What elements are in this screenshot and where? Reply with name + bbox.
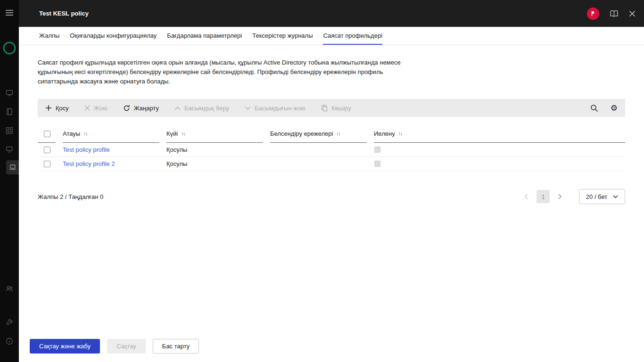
sidebar-item-selected[interactable] xyxy=(6,160,19,174)
refresh-button[interactable]: Жаңарту xyxy=(123,105,159,112)
column-header-rules-label: Белсендіру ережелері xyxy=(270,130,333,137)
plus-icon xyxy=(45,105,52,111)
prioritize-button: Басымдық беру xyxy=(174,105,229,112)
policy-profiles-description: Саясат профилі құрылғыда көрсетілген оқи… xyxy=(38,58,424,86)
apps-grid-icon[interactable] xyxy=(0,127,19,134)
row-checkbox[interactable] xyxy=(44,161,50,167)
inherit-checkbox-disabled xyxy=(374,161,380,167)
table-row: Test policy profile 2 Қосулы xyxy=(38,157,625,171)
close-icon[interactable] xyxy=(629,10,636,17)
cancel-button[interactable]: Бас тарту xyxy=(153,339,199,354)
titlebar-actions xyxy=(587,8,636,20)
app-sidebar xyxy=(0,0,19,362)
profile-link[interactable]: Test policy profile 2 xyxy=(63,160,115,167)
column-header-inherit-label: Иелену xyxy=(374,130,395,137)
window-title: Test KESL policy xyxy=(39,10,89,17)
tools-wrench-icon[interactable] xyxy=(0,318,19,326)
toolbar-right-icons: ⚙ xyxy=(590,104,618,112)
page-size-value: 20 / бет xyxy=(586,193,607,200)
tab-bar: Жалпы Оқиғаларды конфигурациялау Бағдарл… xyxy=(19,27,644,45)
add-button-label: Қосу xyxy=(56,105,69,112)
profile-inherit-cell xyxy=(374,161,618,167)
reports-icon[interactable] xyxy=(0,108,19,115)
documentation-book-icon[interactable] xyxy=(610,10,619,17)
column-header-activation-rules[interactable]: Белсендіру ережелері ↑↓ xyxy=(270,124,367,143)
sort-icon[interactable]: ↑↓ xyxy=(336,131,340,136)
cross-icon xyxy=(84,105,90,111)
previous-page-icon xyxy=(520,194,533,199)
next-page-icon[interactable] xyxy=(553,194,567,199)
delete-button-label: Жою xyxy=(94,105,107,112)
profile-name-cell: Test policy profile xyxy=(63,146,159,153)
table-row: Test policy profile Қосулы xyxy=(38,143,625,157)
dashboard-icon[interactable] xyxy=(0,89,19,97)
deprioritize-button: Басымдығын жою xyxy=(245,105,305,112)
row-checkbox[interactable] xyxy=(44,147,50,153)
selection-summary: Жалпы 2 / Таңдалған 0 xyxy=(38,193,103,200)
column-header-name-label: Атауы xyxy=(63,130,80,137)
refresh-icon xyxy=(123,105,130,112)
menu-icon[interactable] xyxy=(0,9,19,16)
titlebar: Test KESL policy xyxy=(19,0,644,27)
column-header-inherit[interactable]: Иелену ↑↓ xyxy=(374,124,625,143)
row-select-cell xyxy=(38,147,56,153)
tab-content: Саясат профилі құрылғыда көрсетілген оқи… xyxy=(19,45,644,333)
save-button: Сақтау xyxy=(107,339,146,354)
profile-state-cell: Қосулы xyxy=(166,160,263,167)
gear-icon[interactable]: ⚙ xyxy=(611,104,618,112)
tab-revision-history[interactable]: Тексерістер журналы xyxy=(252,27,313,45)
devices-icon[interactable] xyxy=(0,146,19,153)
chevron-down-icon xyxy=(613,195,618,198)
users-icon[interactable] xyxy=(0,285,19,293)
refresh-button-label: Жаңарту xyxy=(134,105,159,112)
copy-icon xyxy=(321,105,328,112)
select-all-cell xyxy=(38,124,56,143)
search-icon[interactable] xyxy=(590,104,598,112)
copy-button: Көшіру xyxy=(321,105,351,112)
page-size-select[interactable]: 20 / бет xyxy=(579,189,625,204)
add-button[interactable]: Қосу xyxy=(45,105,69,112)
table-header-row: Атауы ↑↓ Күйі ↑↓ Белсендіру ережелері ↑↓… xyxy=(38,124,625,143)
select-all-checkbox[interactable] xyxy=(44,131,50,137)
inherit-checkbox-disabled xyxy=(374,147,380,153)
row-select-cell xyxy=(38,161,56,167)
table-footer: Жалпы 2 / Таңдалған 0 1 20 / бет xyxy=(38,189,625,204)
tab-application-settings[interactable]: Бағдарлама параметрлері xyxy=(167,27,242,45)
dialog-actions: Сақтау және жабу Сақтау Бас тарту xyxy=(19,333,644,362)
column-header-name[interactable]: Атауы ↑↓ xyxy=(63,124,159,143)
chevron-up-icon xyxy=(174,106,181,110)
info-icon[interactable] xyxy=(0,337,19,345)
policy-properties-panel: Test KESL policy Жалпы Оқиғаларды конфиг… xyxy=(19,0,644,362)
brand-icon[interactable] xyxy=(587,8,599,20)
profile-state-cell: Қосулы xyxy=(166,146,263,153)
page-number[interactable]: 1 xyxy=(537,190,550,203)
column-header-state-label: Күйі xyxy=(166,130,178,137)
column-header-state[interactable]: Күйі ↑↓ xyxy=(166,124,263,143)
chevron-down-icon xyxy=(245,106,251,110)
profile-inherit-cell xyxy=(374,147,618,153)
profile-link[interactable]: Test policy profile xyxy=(63,146,110,153)
tab-event-configuration[interactable]: Оқиғаларды конфигурациялау xyxy=(70,27,157,45)
copy-button-label: Көшіру xyxy=(331,105,351,112)
sort-icon[interactable]: ↑↓ xyxy=(181,131,185,136)
application-window: Test KESL policy Жалпы Оқиғаларды конфиг… xyxy=(0,0,644,362)
brand-logo-icon xyxy=(0,41,19,56)
delete-button: Жою xyxy=(84,105,107,112)
tab-policy-profiles[interactable]: Саясат профильдері xyxy=(323,27,382,45)
prioritize-button-label: Басымдық беру xyxy=(184,105,229,112)
sort-icon[interactable]: ↑↓ xyxy=(398,131,402,136)
table-toolbar: Қосу Жою Жаңарту Басымдық беру Басымдығы… xyxy=(38,99,625,117)
deprioritize-button-label: Басымдығын жою xyxy=(255,105,305,112)
sort-icon[interactable]: ↑↓ xyxy=(83,131,87,136)
tab-general[interactable]: Жалпы xyxy=(39,27,59,45)
profile-name-cell: Test policy profile 2 xyxy=(63,160,159,167)
pagination: 1 20 / бет xyxy=(520,189,625,204)
save-and-close-button[interactable]: Сақтау және жабу xyxy=(30,339,100,354)
